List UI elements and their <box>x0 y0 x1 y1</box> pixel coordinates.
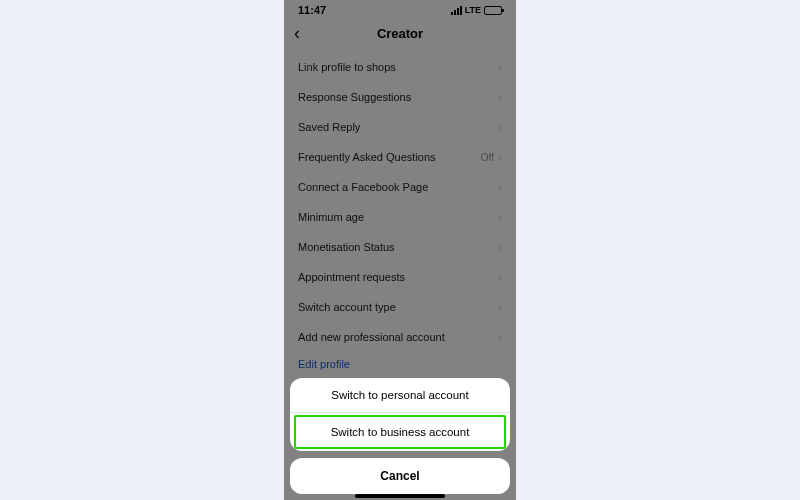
home-indicator[interactable] <box>355 494 445 498</box>
switch-business-button[interactable]: Switch to business account <box>294 415 506 449</box>
sheet-options: Switch to personal account Switch to bus… <box>290 378 510 451</box>
action-sheet: Switch to personal account Switch to bus… <box>290 378 510 494</box>
sheet-separator <box>290 412 510 413</box>
switch-personal-button[interactable]: Switch to personal account <box>290 378 510 412</box>
cancel-button[interactable]: Cancel <box>290 458 510 494</box>
phone-screen: 11:47 LTE ‹ Creator Link profile to shop… <box>284 0 516 500</box>
